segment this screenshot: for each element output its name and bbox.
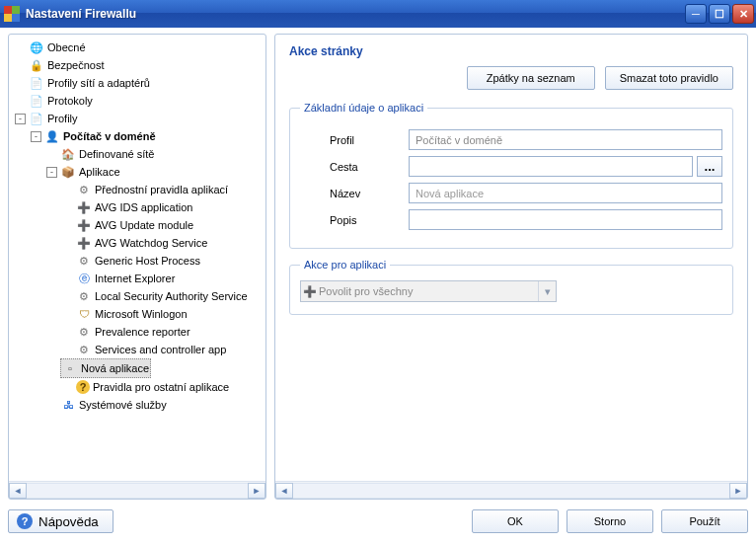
delete-rule-button[interactable]: Smazat toto pravidlo bbox=[605, 66, 733, 90]
name-label: Název bbox=[300, 188, 409, 199]
action-combo[interactable]: ➕ Povolit pro všechny ▾ bbox=[300, 280, 557, 302]
expand-toggle[interactable]: - bbox=[15, 114, 26, 124]
help-button[interactable]: ? Nápověda bbox=[8, 509, 113, 533]
app-action-group: Akce pro aplikaci ➕ Povolit pro všechny … bbox=[289, 259, 733, 315]
window-title: Nastavení Firewallu bbox=[26, 7, 685, 21]
app-basic-info-group: Základní údaje o aplikaci Profil Cesta .… bbox=[289, 102, 733, 249]
tree-item-generic-host[interactable]: Generic Host Process bbox=[95, 252, 200, 270]
tree-item-defined-networks[interactable]: Definované sítě bbox=[79, 145, 154, 163]
settings-tree[interactable]: 🌐Obecné 🔒Bezpečnost 📄Profily sítí a adap… bbox=[11, 39, 264, 414]
gear-icon: ⚙ bbox=[76, 182, 92, 197]
doc-icon: 📄 bbox=[29, 111, 44, 126]
scroll-track[interactable] bbox=[27, 483, 248, 499]
profile-field bbox=[409, 129, 722, 150]
tree-item-winlogon[interactable]: Microsoft Winlogon bbox=[95, 305, 188, 323]
tree-panel: 🌐Obecné 🔒Bezpečnost 📄Profily sítí a adap… bbox=[8, 34, 266, 500]
group-legend-action: Akce pro aplikaci bbox=[300, 259, 390, 271]
gear-icon: ⚙ bbox=[76, 288, 92, 304]
user-icon: 👤 bbox=[44, 128, 60, 144]
scroll-right-button[interactable]: ► bbox=[248, 483, 265, 499]
tree-item-network-profiles[interactable]: Profily sítí a adaptérů bbox=[47, 74, 150, 92]
allow-icon: ➕ bbox=[301, 285, 319, 298]
tree-item-services-controller[interactable]: Services and controller app bbox=[95, 341, 226, 358]
cancel-button[interactable]: Storno bbox=[567, 509, 653, 533]
tree-item-system-services[interactable]: Systémové služby bbox=[79, 396, 167, 414]
app-icon bbox=[4, 6, 20, 22]
help-icon: ? bbox=[17, 513, 33, 529]
help-button-label: Nápověda bbox=[38, 514, 99, 529]
doc-icon: 📄 bbox=[29, 93, 44, 109]
description-field[interactable] bbox=[409, 209, 722, 230]
tree-item-domain-computer[interactable]: Počítač v doméně bbox=[63, 127, 156, 145]
close-button[interactable]: ✕ bbox=[732, 4, 754, 24]
apps-icon: 📦 bbox=[60, 164, 76, 180]
allow-icon: ➕ bbox=[76, 199, 92, 215]
maximize-button[interactable]: ☐ bbox=[709, 4, 730, 24]
tree-item-other-apps[interactable]: Pravidla pro ostatní aplikace bbox=[93, 378, 229, 396]
tree-item-general[interactable]: Obecné bbox=[47, 39, 86, 56]
lock-icon: 🔒 bbox=[29, 57, 44, 73]
action-combo-text: Povolit pro všechny bbox=[319, 285, 538, 297]
name-field[interactable] bbox=[409, 183, 722, 203]
chevron-down-icon: ▾ bbox=[538, 281, 556, 301]
group-legend-basic: Základní údaje o aplikaci bbox=[300, 102, 427, 114]
app-icon: ▫ bbox=[62, 360, 78, 376]
gear-icon: ⚙ bbox=[76, 324, 92, 340]
allow-icon: ➕ bbox=[76, 217, 92, 233]
expand-toggle[interactable]: - bbox=[31, 131, 41, 142]
content-horizontal-scrollbar[interactable]: ◄ ► bbox=[275, 481, 747, 499]
profile-label: Profil bbox=[300, 134, 409, 146]
allow-icon: ➕ bbox=[76, 235, 92, 251]
gear-icon: ⚙ bbox=[76, 253, 92, 269]
ie-icon: ⓔ bbox=[76, 271, 92, 286]
tree-horizontal-scrollbar[interactable]: ◄ ► bbox=[9, 481, 265, 499]
doc-icon: 📄 bbox=[29, 75, 44, 91]
scroll-track[interactable] bbox=[293, 483, 729, 499]
scroll-left-button[interactable]: ◄ bbox=[275, 483, 293, 499]
description-label: Popis bbox=[300, 214, 409, 226]
scroll-left-button[interactable]: ◄ bbox=[9, 483, 27, 499]
tree-item-lsas[interactable]: Local Security Authority Service bbox=[95, 287, 248, 305]
content-panel: Akce stránky Zpátky na seznam Smazat tot… bbox=[274, 34, 748, 500]
tree-item-profiles[interactable]: Profily bbox=[47, 110, 78, 127]
path-label: Cesta bbox=[300, 161, 409, 173]
ok-button[interactable]: OK bbox=[472, 509, 559, 533]
shield-icon: 🛡 bbox=[76, 306, 92, 322]
expand-toggle[interactable]: - bbox=[46, 167, 57, 178]
tree-item-avg-watchdog[interactable]: AVG Watchdog Service bbox=[95, 234, 207, 252]
tree-item-prevalence[interactable]: Prevalence reporter bbox=[95, 323, 190, 341]
question-icon: ? bbox=[76, 380, 90, 394]
tree-item-avg-update[interactable]: AVG Update module bbox=[95, 216, 193, 234]
tree-item-protocols[interactable]: Protokoly bbox=[47, 92, 93, 110]
tree-item-applications[interactable]: Aplikace bbox=[79, 163, 120, 181]
tree-item-priority-rules[interactable]: Přednostní pravidla aplikací bbox=[95, 181, 228, 198]
services-icon: 🖧 bbox=[60, 397, 76, 413]
globe-icon: 🌐 bbox=[29, 39, 44, 55]
tree-item-security[interactable]: Bezpečnost bbox=[47, 56, 104, 74]
title-bar: Nastavení Firewallu ─ ☐ ✕ bbox=[0, 0, 756, 28]
back-to-list-button[interactable]: Zpátky na seznam bbox=[467, 66, 595, 90]
dialog-button-bar: ? Nápověda OK Storno Použít bbox=[8, 506, 748, 537]
minimize-button[interactable]: ─ bbox=[685, 4, 707, 24]
network-icon: 🏠 bbox=[60, 146, 76, 162]
tree-item-avg-ids[interactable]: AVG IDS application bbox=[95, 198, 192, 216]
tree-item-new-app[interactable]: ▫Nová aplikace bbox=[60, 358, 151, 378]
tree-item-ie[interactable]: Internet Explorer bbox=[95, 270, 175, 287]
scroll-right-button[interactable]: ► bbox=[729, 483, 747, 499]
browse-button[interactable]: ... bbox=[697, 156, 722, 177]
path-field[interactable] bbox=[409, 156, 693, 177]
gear-icon: ⚙ bbox=[76, 342, 92, 357]
apply-button[interactable]: Použít bbox=[661, 509, 748, 533]
page-title: Akce stránky bbox=[289, 44, 733, 58]
